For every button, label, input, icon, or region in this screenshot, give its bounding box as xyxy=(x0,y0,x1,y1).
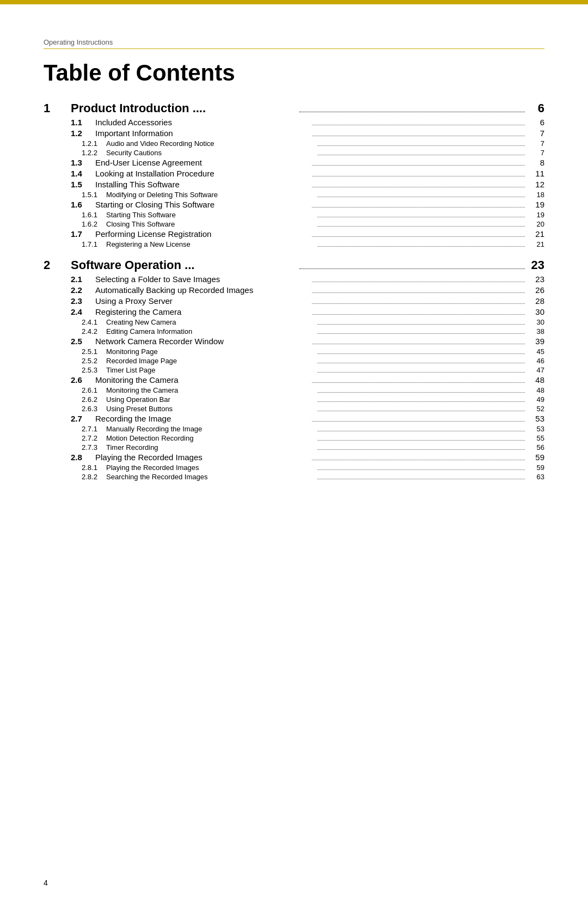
sub1-title-2.8: Playing the Recorded Images xyxy=(95,453,309,462)
section-spacer xyxy=(44,249,544,258)
sub2-title-2.4.2: Editing Camera Information xyxy=(106,327,314,335)
sub1-dots-1.2 xyxy=(312,136,525,136)
sub1-title-1.4: Looking at Installation Procedure xyxy=(95,169,309,178)
operating-instructions-label: Operating Instructions xyxy=(44,38,544,46)
sub2-page-2.6.2: 49 xyxy=(528,395,544,404)
sub2-num-1.5.1: 1.5.1 xyxy=(82,191,106,199)
sub2-num-2.5.2: 2.5.2 xyxy=(82,357,106,365)
sub1-dots-2.8 xyxy=(312,460,525,460)
sub2-title-1.7.1: Registering a New License xyxy=(106,240,314,248)
sub2-title-2.6.2: Using Operation Bar xyxy=(106,395,314,404)
sub2-dots-2.4.2 xyxy=(317,333,525,334)
sub2-row-1.7.1: 1.7.1Registering a New License21 xyxy=(44,240,544,248)
sub1-row-2.4: 2.4Registering the Camera30 xyxy=(44,307,544,316)
sub1-page-2.8: 59 xyxy=(528,453,544,462)
sub1-dots-2.7 xyxy=(312,421,525,422)
sub2-num-2.7.1: 2.7.1 xyxy=(82,425,106,433)
sub2-num-2.7.2: 2.7.2 xyxy=(82,434,106,442)
sub2-dots-1.5.1 xyxy=(317,197,525,197)
sub1-num-1.1: 1.1 xyxy=(71,118,95,127)
section-title-1: Product Introduction .... xyxy=(71,101,296,115)
sub1-title-2.2: Automatically Backing up Recorded Images xyxy=(95,285,309,295)
sub1-dots-2.2 xyxy=(312,292,525,293)
sub2-title-1.2.2: Security Cautions xyxy=(106,149,314,157)
sub2-page-1.6.1: 19 xyxy=(528,211,544,219)
sub2-row-2.7.3: 2.7.3Timer Recording56 xyxy=(44,443,544,452)
sub2-dots-2.7.1 xyxy=(317,431,525,431)
sub2-title-1.5.1: Modifying or Deleting This Software xyxy=(106,191,314,199)
sub1-page-2.1: 23 xyxy=(528,274,544,284)
sub1-num-1.6: 1.6 xyxy=(71,200,95,209)
sub2-page-1.2.2: 7 xyxy=(528,149,544,157)
sub1-dots-2.4 xyxy=(312,314,525,315)
sub2-row-2.5.3: 2.5.3Timer List Page47 xyxy=(44,366,544,374)
sub2-num-1.6.2: 1.6.2 xyxy=(82,220,106,228)
sub2-page-2.4.2: 38 xyxy=(528,327,544,335)
sub2-row-2.4.1: 2.4.1Creating New Camera30 xyxy=(44,318,544,326)
sub2-title-1.6.2: Closing This Software xyxy=(106,220,314,228)
sub1-title-2.6: Monitoring the Camera xyxy=(95,375,309,385)
section-page-1: 6 xyxy=(528,101,544,115)
sub2-row-1.2.1: 1.2.1Audio and Video Recording Notice7 xyxy=(44,139,544,148)
section-dots-1 xyxy=(299,112,525,112)
sub2-page-1.2.1: 7 xyxy=(528,139,544,148)
sub2-row-2.7.2: 2.7.2Motion Detection Recording55 xyxy=(44,434,544,442)
sub1-num-1.2: 1.2 xyxy=(71,129,95,138)
toc-container: 1Product Introduction .... 61.1Included … xyxy=(44,101,544,481)
sub1-dots-2.1 xyxy=(312,282,525,282)
sub1-num-2.8: 2.8 xyxy=(71,453,95,462)
sub2-dots-1.6.2 xyxy=(317,226,525,227)
sub1-page-2.5: 39 xyxy=(528,337,544,346)
sub2-dots-1.2.1 xyxy=(317,145,525,146)
sub1-title-2.5: Network Camera Recorder Window xyxy=(95,337,309,346)
sub1-page-2.7: 53 xyxy=(528,414,544,423)
sub2-title-2.5.1: Monitoring Page xyxy=(106,347,314,356)
sub1-dots-2.3 xyxy=(312,303,525,304)
sub2-dots-1.2.2 xyxy=(317,155,525,155)
page-title: Table of Contents xyxy=(44,60,544,86)
sub2-num-2.4.1: 2.4.1 xyxy=(82,318,106,326)
sub1-row-2.3: 2.3Using a Proxy Server28 xyxy=(44,296,544,306)
sub2-dots-2.7.3 xyxy=(317,449,525,450)
sub2-row-1.6.2: 1.6.2Closing This Software20 xyxy=(44,220,544,228)
sub1-row-1.6: 1.6Starting or Closing This Software19 xyxy=(44,200,544,209)
sub1-title-1.1: Included Accessories xyxy=(95,118,309,127)
sub2-num-2.8.2: 2.8.2 xyxy=(82,473,106,481)
sub1-num-2.3: 2.3 xyxy=(71,296,95,306)
sub2-title-2.4.1: Creating New Camera xyxy=(106,318,314,326)
sub1-num-2.7: 2.7 xyxy=(71,414,95,423)
sub2-num-2.7.3: 2.7.3 xyxy=(82,443,106,452)
sub2-title-2.8.2: Searching the Recorded Images xyxy=(106,473,314,481)
sub1-title-1.6: Starting or Closing This Software xyxy=(95,200,309,209)
sub2-dots-2.6.3 xyxy=(317,411,525,411)
sub1-row-2.8: 2.8Playing the Recorded Images59 xyxy=(44,453,544,462)
sub2-dots-2.8.1 xyxy=(317,469,525,470)
sub1-page-1.7: 21 xyxy=(528,229,544,239)
sub2-page-1.7.1: 21 xyxy=(528,240,544,248)
sub2-dots-2.5.2 xyxy=(317,363,525,363)
sub2-page-1.5.1: 18 xyxy=(528,191,544,199)
sub1-row-1.3: 1.3End-User License Agreement8 xyxy=(44,158,544,167)
header-bar xyxy=(0,0,588,4)
sub2-dots-2.6.1 xyxy=(317,392,525,393)
sub1-dots-1.5 xyxy=(312,187,525,187)
sub1-num-1.5: 1.5 xyxy=(71,180,95,189)
sub2-page-2.6.3: 52 xyxy=(528,405,544,413)
sub2-page-2.7.2: 55 xyxy=(528,434,544,442)
sub1-title-1.3: End-User License Agreement xyxy=(95,158,309,167)
section-dots-2 xyxy=(299,269,525,269)
section-page-2: 23 xyxy=(528,258,544,272)
sub2-row-2.4.2: 2.4.2Editing Camera Information38 xyxy=(44,327,544,335)
sub2-page-1.6.2: 20 xyxy=(528,220,544,228)
sub2-page-2.5.1: 45 xyxy=(528,347,544,356)
sub2-num-2.6.3: 2.6.3 xyxy=(82,405,106,413)
sub1-row-1.7: 1.7Performing License Registration21 xyxy=(44,229,544,239)
sub2-row-2.5.1: 2.5.1Monitoring Page45 xyxy=(44,347,544,356)
page-number: 4 xyxy=(44,879,48,887)
sub1-num-1.7: 1.7 xyxy=(71,229,95,239)
sub1-title-1.2: Important Information xyxy=(95,129,309,138)
sub2-row-1.2.2: 1.2.2Security Cautions7 xyxy=(44,149,544,157)
sub1-dots-1.6 xyxy=(312,207,525,208)
sub2-dots-2.4.1 xyxy=(317,324,525,325)
sub2-num-2.5.1: 2.5.1 xyxy=(82,347,106,356)
